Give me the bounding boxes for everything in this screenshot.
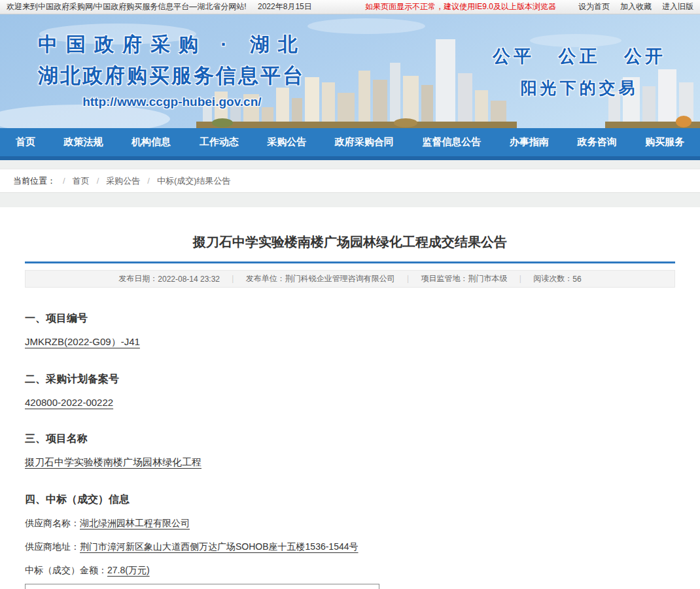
- project-number-value: JMKRZB(2022-G09）-J41: [25, 336, 675, 348]
- meta-separator: ｜: [517, 273, 525, 284]
- supplier-name-value: 湖北绿洲园林工程有限公司: [80, 518, 190, 528]
- region-value: 荆门市本级: [468, 273, 508, 284]
- award-detail-table: 工程类 名称：掇刀石中学实验楼南楼广场园林绿化工程 施工范围：掇刀石中学实验楼南…: [25, 584, 379, 589]
- nav-item-policies[interactable]: 政策法规: [64, 136, 103, 148]
- breadcrumb: 当前位置： / 首页 / 采购公告 / 中标(成交)结果公告: [0, 169, 700, 193]
- top-utility-bar: 欢迎来到中国政府采购网/中国政府购买服务信息平台—湖北省分网站! 2022年8月…: [0, 0, 700, 14]
- views-value: 56: [572, 275, 581, 284]
- project-name-value: 掇刀石中学实验楼南楼广场园林绿化工程: [25, 456, 675, 469]
- section-heading-project-name: 三、项目名称: [25, 432, 675, 446]
- nav-item-contracts[interactable]: 政府采购合同: [335, 136, 394, 148]
- breadcrumb-procurement-notices[interactable]: 采购公告: [106, 175, 140, 187]
- current-date: 2022年8月15日: [258, 2, 312, 11]
- award-amount-value: 27.8(万元): [107, 565, 150, 575]
- article-content: 掇刀石中学实验楼南楼广场园林绿化工程成交结果公告 发布日期： 2022-08-1…: [0, 207, 700, 589]
- page-gap: [0, 193, 700, 207]
- supplier-name-row: 供应商名称：湖北绿洲园林工程有限公司: [25, 516, 675, 530]
- nav-item-purchase-services[interactable]: 购买服务: [645, 136, 684, 148]
- main-nav: 首页 政策法规 机构信息 工作动态 采购公告 政府采购合同 监督信息公告 办事指…: [0, 128, 700, 156]
- breadcrumb-separator: /: [147, 176, 150, 186]
- site-banner: 中国政府采购 · 湖北 湖北政府购买服务信息平台 http://www.ccgp…: [0, 14, 700, 128]
- table-header-category: 工程类: [26, 584, 379, 589]
- nav-item-supervision-notices[interactable]: 监督信息公告: [422, 136, 481, 148]
- page-gap: [0, 160, 700, 169]
- section-heading-project-number: 一、项目编号: [25, 312, 675, 326]
- nav-item-work-news[interactable]: 工作动态: [200, 136, 239, 148]
- breadcrumb-home[interactable]: 首页: [73, 175, 90, 187]
- meta-separator: ｜: [404, 273, 412, 284]
- award-amount-row: 中标（成交）金额：27.8(万元): [25, 563, 675, 577]
- publish-date-label: 发布日期：: [118, 273, 158, 284]
- site-logo-text: 中国政府采购 · 湖北 湖北政府购买服务信息平台 http://www.ccgp…: [38, 31, 306, 109]
- section-heading-plan-record-number: 二、采购计划备案号: [25, 373, 675, 386]
- nav-item-gov-consulting[interactable]: 政务咨询: [577, 136, 616, 148]
- table-row: 工程类: [26, 584, 379, 589]
- browser-warning-text: 如果页面显示不正常，建议使用IE9.0及以上版本浏览器: [365, 1, 556, 12]
- section-heading-award-info: 四、中标（成交）信息: [25, 493, 675, 507]
- region-label: 项目监管地：: [421, 273, 468, 284]
- publish-date-value: 2022-08-14 23:32: [158, 275, 220, 284]
- add-favorite-link[interactable]: 加入收藏: [620, 1, 652, 12]
- breadcrumb-separator: /: [63, 176, 65, 186]
- publisher-label: 发布单位：: [246, 273, 285, 284]
- old-version-link[interactable]: 进入旧版: [662, 1, 693, 12]
- nav-item-procurement-notices[interactable]: 采购公告: [267, 136, 306, 148]
- supplier-address-label: 供应商地址：: [25, 541, 80, 552]
- breadcrumb-label: 当前位置：: [13, 175, 56, 187]
- award-amount-label: 中标（成交）金额：: [25, 565, 107, 575]
- banner-slogan: 公平 公正 公开 阳光下的交易: [493, 44, 666, 99]
- slogan-line1: 公平 公正 公开: [493, 44, 666, 68]
- plan-record-number-value: 420800-2022-00222: [25, 397, 675, 408]
- supplier-address-row: 供应商地址：荆门市漳河新区象山大道西侧万达广场SOHOB座十五楼1536-154…: [25, 539, 675, 554]
- page-title: 掇刀石中学实验楼南楼广场园林绿化工程成交结果公告: [25, 207, 675, 251]
- views-label: 阅读次数：: [533, 273, 572, 284]
- slogan-line2: 阳光下的交易: [493, 77, 666, 99]
- set-homepage-link[interactable]: 设为首页: [578, 1, 610, 12]
- title-rule: [25, 261, 675, 263]
- welcome-text: 欢迎来到中国政府采购网/中国政府购买服务信息平台—湖北省分网站!: [7, 2, 247, 11]
- site-title-line2: 湖北政府购买服务信息平台: [38, 62, 306, 90]
- meta-separator: ｜: [229, 273, 237, 284]
- nav-item-org-info[interactable]: 机构信息: [131, 136, 171, 148]
- welcome-text-group: 欢迎来到中国政府采购网/中国政府购买服务信息平台—湖北省分网站! 2022年8月…: [7, 1, 321, 12]
- nav-item-service-guide[interactable]: 办事指南: [510, 136, 549, 148]
- publisher-value: 荆门科锐企业管理咨询有限公司: [285, 273, 395, 284]
- breadcrumb-separator: /: [97, 176, 99, 186]
- article-meta-bar: 发布日期： 2022-08-14 23:32 ｜ 发布单位： 荆门科锐企业管理咨…: [25, 270, 675, 288]
- nav-item-home[interactable]: 首页: [16, 136, 35, 148]
- breadcrumb-result-notices: 中标(成交)结果公告: [157, 175, 231, 187]
- supplier-address-value: 荆门市漳河新区象山大道西侧万达广场SOHOB座十五楼1536-1544号: [80, 541, 359, 552]
- site-title-line1: 中国政府采购 · 湖北: [38, 31, 306, 58]
- supplier-name-label: 供应商名称：: [25, 518, 80, 528]
- site-url-text: http://www.ccgp-hubei.gov.cn/: [38, 95, 306, 109]
